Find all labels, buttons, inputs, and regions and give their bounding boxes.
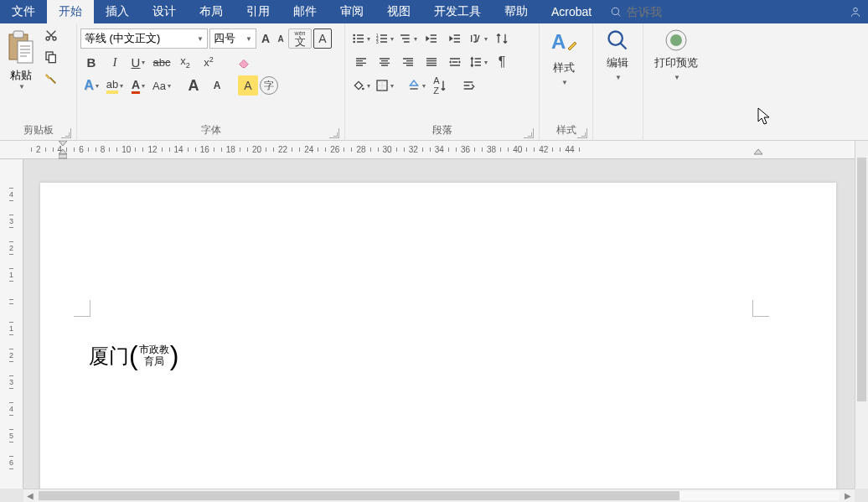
clipboard-launcher[interactable] [61, 128, 71, 138]
superscript-button[interactable]: x2 [198, 52, 220, 72]
show-marks-button[interactable]: ¶ [491, 52, 513, 72]
shrink-font-button[interactable]: A [275, 28, 287, 49]
shading-button[interactable]: ▾ [350, 75, 372, 96]
clear-formatting-button[interactable] [233, 52, 255, 72]
align-left-button[interactable] [350, 52, 372, 72]
cut-button[interactable] [40, 25, 62, 45]
chevron-down-icon: ▼ [18, 83, 25, 91]
chevron-down-icon: ▾ [142, 59, 145, 66]
align-center-icon [378, 55, 391, 69]
text-effects-button[interactable]: A▾ [80, 75, 102, 96]
tab-help[interactable]: 帮助 [493, 0, 540, 23]
bullets-button[interactable]: ▾ [350, 28, 372, 49]
multilevel-list-button[interactable]: ▾ [397, 28, 419, 49]
stack-bottom: 育局 [144, 356, 164, 367]
share-button[interactable] [843, 0, 868, 23]
sort-az-button[interactable]: AZ [429, 75, 451, 96]
paragraph-launcher[interactable] [524, 128, 534, 138]
styles-button[interactable]: A 样式 ▼ [543, 25, 585, 86]
scroll-thumb-v[interactable] [857, 158, 866, 401]
italic-button[interactable]: I [104, 52, 126, 72]
align-center-button[interactable] [374, 52, 395, 72]
horizontal-scrollbar[interactable]: ◀ ▶ [23, 489, 855, 502]
tell-me-search[interactable] [603, 0, 843, 23]
paint-bucket-icon [352, 79, 365, 92]
format-painter-button[interactable] [40, 69, 62, 89]
paste-button[interactable]: 粘贴 ▼ [3, 25, 39, 92]
paragraph-settings-button[interactable] [457, 75, 479, 96]
chevron-down-icon: ▼ [674, 74, 680, 81]
svg-rect-21 [59, 154, 67, 158]
tab-review[interactable]: 审阅 [328, 0, 375, 23]
bullets-icon [352, 32, 365, 45]
tab-developer[interactable]: 开发工具 [422, 0, 493, 23]
grow-font-large-button[interactable]: A [183, 75, 204, 96]
tab-file[interactable]: 文件 [0, 0, 47, 23]
scroll-track[interactable] [39, 491, 840, 500]
styles-label: 样式 [553, 60, 575, 75]
underline-button[interactable]: U▾ [127, 52, 149, 72]
distribute-button[interactable] [444, 52, 466, 72]
justify-button[interactable] [421, 52, 442, 72]
scroll-left-arrow[interactable]: ◀ [23, 489, 37, 502]
decrease-indent-button[interactable] [421, 28, 442, 49]
subscript-button[interactable]: x2 [174, 52, 196, 72]
indent-icon [448, 32, 462, 45]
tab-design[interactable]: 设计 [141, 0, 188, 23]
increase-indent-button[interactable] [444, 28, 466, 49]
asian-layout-button[interactable]: ▾ [468, 28, 489, 49]
font-size-combo[interactable]: 四号▼ [209, 28, 256, 49]
vertical-ruler[interactable]: 4321123456 [0, 159, 23, 489]
sort-button[interactable] [491, 28, 513, 49]
font-name-combo[interactable]: 等线 (中文正文)▼ [80, 28, 208, 49]
numbering-icon: 123 [375, 32, 389, 45]
highlight-button[interactable]: ab▾ [104, 75, 126, 96]
borders-button[interactable]: ▾ [374, 75, 395, 96]
numbering-button[interactable]: 123▾ [374, 28, 395, 49]
strikethrough-button[interactable]: abc [151, 52, 173, 72]
svg-point-10 [353, 38, 355, 40]
chevron-down-icon: ▾ [168, 82, 171, 90]
line-spacing-button[interactable]: ▾ [468, 52, 489, 72]
multilevel-icon [399, 32, 412, 45]
bold-button[interactable]: B [80, 52, 102, 72]
character-border-button[interactable]: A [313, 28, 332, 49]
scroll-thumb-h[interactable] [39, 491, 679, 500]
change-case-button[interactable]: Aa▾ [151, 75, 173, 96]
right-indent-marker[interactable] [754, 149, 762, 159]
phonetic-guide-button[interactable]: wén文 [288, 28, 312, 49]
document-text[interactable]: 厦门 ( 市政教 育局 ) [89, 340, 178, 371]
snap-to-grid-button[interactable]: ▾ [406, 75, 427, 96]
tab-mailings[interactable]: 邮件 [282, 0, 328, 23]
chevron-down-icon: ▾ [120, 82, 123, 90]
sort-icon [495, 32, 509, 45]
scroll-right-arrow[interactable]: ▶ [841, 489, 855, 502]
tab-insert[interactable]: 插入 [94, 0, 141, 23]
vertical-scrollbar[interactable] [855, 141, 868, 489]
group-paragraph: ▾ 123▾ ▾ ▾ ▾ ¶ ▾ ▾ ▾ [345, 23, 540, 140]
ribbon: 粘贴 ▼ 剪贴板 等线 (中文正文)▼ 四号▼ A A wén文 A B [0, 23, 868, 141]
tell-me-input[interactable] [627, 5, 710, 18]
enclose-characters-button[interactable]: A [238, 75, 258, 96]
font-size-value: 四号 [214, 31, 235, 46]
horizontal-ruler[interactable]: 2468101214161820222426283032343638404244 [0, 141, 868, 159]
align-right-button[interactable] [397, 52, 419, 72]
tab-view[interactable]: 视图 [375, 0, 422, 23]
tab-acrobat[interactable]: Acrobat [540, 0, 603, 23]
font-launcher[interactable] [329, 128, 339, 138]
tab-home[interactable]: 开始 [47, 0, 94, 23]
grow-font-button[interactable]: A [258, 28, 273, 49]
font-color-button[interactable]: A▾ [127, 75, 149, 96]
print-preview-button[interactable]: 打印预览 ▼ [647, 25, 705, 81]
styles-launcher[interactable] [577, 128, 587, 138]
editing-button[interactable]: 编辑 ▼ [597, 25, 638, 81]
hanging-indent-marker[interactable] [59, 149, 67, 159]
paintbrush-icon [44, 72, 58, 85]
tab-layout[interactable]: 布局 [188, 0, 235, 23]
character-shading-button[interactable]: 字 [260, 76, 278, 95]
document-page[interactable]: 厦门 ( 市政教 育局 ) [40, 183, 836, 489]
copy-button[interactable] [40, 47, 62, 67]
shrink-font-small-button[interactable]: A [206, 75, 228, 96]
tab-references[interactable]: 引用 [235, 0, 282, 23]
eraser-icon [237, 55, 251, 69]
